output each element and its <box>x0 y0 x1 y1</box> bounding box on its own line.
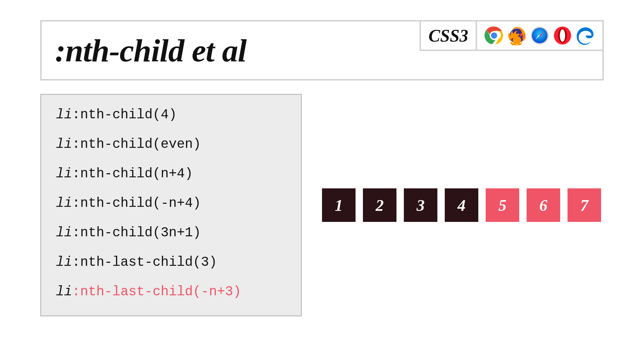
slide-title: :nth-child et al <box>42 21 420 79</box>
code-element: li <box>56 255 72 270</box>
code-line: li:nth-last-child(3) <box>56 256 286 269</box>
svg-point-2 <box>491 33 497 39</box>
safari-icon <box>530 26 549 45</box>
slide-header: :nth-child et al CSS3 <box>40 20 604 80</box>
code-panel: li:nth-child(4) li:nth-child(even) li:nt… <box>40 94 302 316</box>
slide: :nth-child et al CSS3 <box>0 0 644 362</box>
code-element: li <box>56 196 72 211</box>
code-element: li <box>56 284 72 299</box>
edge-icon <box>576 26 595 45</box>
demo-block: 1 <box>322 188 356 222</box>
code-line: li:nth-child(-n+4) <box>56 197 286 210</box>
demo-block: 4 <box>445 188 478 222</box>
svg-point-10 <box>560 29 565 42</box>
demo-block-highlighted: 5 <box>486 188 519 222</box>
demo-block: 2 <box>363 188 396 222</box>
code-element: li <box>56 137 72 152</box>
code-selector: :nth-last-child(-n+3) <box>72 284 241 299</box>
code-line: li:nth-child(4) <box>56 108 286 122</box>
spec-badge: CSS3 <box>420 21 476 51</box>
code-selector: :nth-child(3n+1) <box>72 225 201 240</box>
code-line: li:nth-child(3n+1) <box>56 226 286 240</box>
demo-block-highlighted: 6 <box>527 188 560 222</box>
code-selector: :nth-child(even) <box>72 137 201 152</box>
code-line-active: li:nth-last-child(-n+3) <box>56 285 286 299</box>
demo-blocks: 1 2 3 4 5 6 7 <box>322 188 601 222</box>
chrome-icon <box>484 26 504 45</box>
spec-badge-label: CSS3 <box>428 26 468 46</box>
code-selector: :nth-last-child(3) <box>72 255 217 270</box>
code-element: li <box>56 225 72 240</box>
demo-block: 3 <box>404 188 437 222</box>
firefox-icon <box>507 26 527 45</box>
browser-support <box>476 21 602 51</box>
code-selector: :nth-child(n+4) <box>72 166 193 181</box>
code-selector: :nth-child(4) <box>72 107 177 122</box>
demo-area: 1 2 3 4 5 6 7 <box>322 94 604 316</box>
demo-block-highlighted: 7 <box>568 188 601 222</box>
code-selector: :nth-child(-n+4) <box>72 196 201 211</box>
slide-body: li:nth-child(4) li:nth-child(even) li:nt… <box>40 94 604 316</box>
code-element: li <box>56 107 72 122</box>
code-line: li:nth-child(n+4) <box>56 167 286 181</box>
header-badges: CSS3 <box>420 21 602 79</box>
code-line: li:nth-child(even) <box>56 138 286 151</box>
code-element: li <box>56 166 72 181</box>
opera-icon <box>553 26 572 45</box>
